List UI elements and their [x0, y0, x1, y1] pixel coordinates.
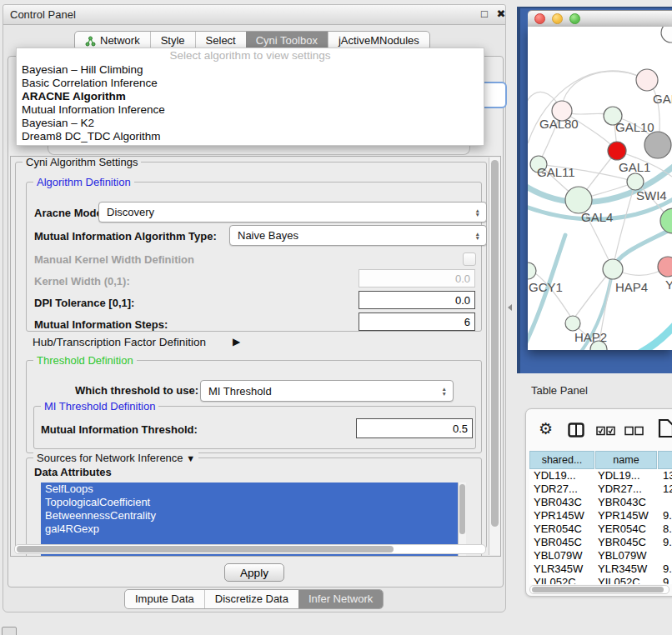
list-item[interactable]: SelfLoops: [41, 482, 459, 496]
node-label: GAL10: [615, 120, 654, 134]
algorithm-option[interactable]: Bayesian – K2: [17, 117, 484, 130]
table-row[interactable]: YBR043CYBR043C: [529, 496, 672, 509]
settings-vertical-scrollbar[interactable]: [489, 158, 500, 555]
settings-scroll-area: Cyni Algorithm Settings Algorithm Defini…: [10, 156, 501, 557]
kernel-width-label: Kernel Width (0,1):: [34, 275, 130, 288]
float-icon[interactable]: □: [478, 8, 491, 21]
table-rows: YDL19...YDL19...13 YDR27...YDR27...12 YB…: [529, 469, 672, 584]
algorithm-option[interactable]: Dream8 DC_TDC Algorithm: [17, 130, 484, 143]
sources-group: Sources for Network Inference ▼ Data Att…: [26, 458, 482, 557]
table-row[interactable]: YLR345WYLR345W9.: [529, 562, 672, 576]
node-label: GAL4: [581, 210, 613, 224]
deselect-all-icon[interactable]: [624, 426, 644, 436]
chevron-updown-icon: ▲▼: [475, 231, 480, 240]
list-item[interactable]: BetweennessCentrality: [41, 509, 459, 522]
node[interactable]: [636, 69, 658, 91]
table-row[interactable]: YPR145WYPR145W9.: [529, 509, 672, 522]
node-gal1[interactable]: [608, 142, 626, 160]
tab-infer-network[interactable]: Infer Network: [298, 590, 383, 608]
splitter-arrow-icon[interactable]: [508, 304, 512, 311]
group-title: Algorithm Definition: [33, 176, 134, 188]
algorithm-option[interactable]: Bayesian – Hill Climbing: [17, 63, 484, 77]
dropdown-items: Bayesian – Hill Climbing Basic Correlati…: [17, 63, 484, 143]
settings-horizontal-scrollbar[interactable]: [14, 544, 486, 554]
table-panel-title: Table Panel: [531, 384, 588, 397]
apply-button[interactable]: Apply: [224, 563, 284, 582]
table-row[interactable]: YBR045CYBR045C9.: [529, 536, 672, 549]
selected-value: Discovery: [107, 206, 154, 218]
panel-title: Control Panel: [10, 5, 76, 24]
mi-type-label: Mutual Information Algorithm Type:: [34, 230, 217, 243]
node-swi4[interactable]: [627, 173, 644, 190]
collapsed-arrow-icon[interactable]: ▶: [233, 335, 240, 348]
node-label: HAP4: [615, 280, 648, 294]
algorithm-option[interactable]: Basic Correlation Inference: [17, 77, 484, 90]
minimize-button[interactable]: [552, 13, 563, 24]
list-item[interactable]: gal4RGexp: [41, 522, 459, 536]
cyni-bottom-tabs: Impute Data Discretize Data Infer Networ…: [124, 589, 384, 609]
mi-threshold-group: MI Threshold Definition Mutual Informati…: [33, 406, 476, 449]
threshold-definition-group: Threshold Definition Which threshold to …: [26, 360, 482, 453]
table-row[interactable]: YER054CYER054C8.: [529, 522, 672, 536]
zoom-button[interactable]: [569, 13, 580, 24]
node-label: GAL: [653, 92, 672, 106]
table-row[interactable]: YBL079WYBL079W: [529, 549, 672, 562]
table-row[interactable]: YDL19...YDL19...13: [529, 469, 672, 482]
group-title[interactable]: Sources for Network Inference ▼: [33, 452, 198, 465]
network-canvas[interactable]: GAL GAL80 GAL10 GAL1 GAL11 SWI4 GAL4 GCY…: [528, 27, 672, 350]
table-horizontal-scrollbar[interactable]: [529, 585, 669, 594]
network-window-titlebar[interactable]: [528, 10, 672, 28]
algorithm-definition-group: Algorithm Definition Aracne Mode: Discov…: [26, 182, 482, 332]
selected-value: MI Threshold: [208, 385, 272, 398]
close-button[interactable]: [534, 13, 545, 24]
tab-impute-data[interactable]: Impute Data: [125, 590, 204, 608]
select-all-checks-icon[interactable]: [596, 426, 616, 436]
node[interactable]: [661, 27, 672, 42]
mi-steps-label: Mutual Information Steps:: [34, 318, 168, 332]
column-header-shared-name[interactable]: shared...: [529, 451, 594, 469]
expanded-arrow-icon: ▼: [186, 453, 195, 463]
group-title: Threshold Definition: [33, 354, 137, 367]
manual-kernel-label: Manual Kernel Width Definition: [34, 253, 194, 267]
tab-label: Discretize Data: [215, 590, 288, 608]
mi-threshold-input[interactable]: [356, 418, 473, 438]
cyni-algorithm-settings-group: Cyni Algorithm Settings Algorithm Defini…: [15, 162, 487, 548]
manual-kernel-checkbox[interactable]: [463, 252, 476, 266]
table-row[interactable]: YIL052CYIL052C9.: [529, 576, 672, 584]
mi-steps-input[interactable]: [359, 312, 475, 331]
algorithm-option-selected[interactable]: ARACNE Algorithm: [17, 90, 484, 103]
control-panel-titlebar: Control Panel □ ✖: [3, 5, 505, 25]
dpi-tolerance-input[interactable]: [359, 291, 475, 309]
list-item[interactable]: TopologicalCoefficient: [41, 496, 459, 509]
node[interactable]: [644, 132, 671, 158]
dpi-tolerance-label: DPI Tolerance [0,1]:: [34, 297, 134, 310]
mi-type-select[interactable]: Naive Bayes ▲▼: [229, 225, 487, 246]
hub-factor-section-label[interactable]: Hub/Transcription Factor Definition: [33, 336, 206, 349]
data-attributes-label: Data Attributes: [34, 466, 112, 479]
tab-label: Infer Network: [308, 590, 373, 608]
mi-threshold-label: Mutual Information Threshold:: [41, 423, 198, 437]
kernel-width-input[interactable]: [359, 269, 475, 288]
node[interactable]: [660, 208, 672, 233]
column-header-name[interactable]: name: [595, 451, 657, 469]
gear-icon[interactable]: ⚙: [539, 419, 553, 438]
node[interactable]: [658, 257, 672, 277]
control-panel: Control Panel □ ✖ Network Style Select: [3, 4, 506, 612]
which-threshold-label: Which threshold to use:: [75, 384, 198, 398]
tab-discretize-data[interactable]: Discretize Data: [204, 590, 298, 608]
table-row[interactable]: YDR27...YDR27...12: [529, 482, 672, 496]
threshold-select[interactable]: MI Threshold ▲▼: [200, 380, 454, 402]
file-icon[interactable]: [658, 418, 672, 438]
close-icon[interactable]: ✖: [494, 8, 508, 21]
node-hap4[interactable]: [603, 259, 623, 279]
node-hap2[interactable]: [565, 316, 580, 331]
column-header-partial[interactable]: [658, 451, 672, 469]
network-icon: [85, 36, 96, 47]
node-gcy1[interactable]: [528, 262, 536, 279]
algorithm-dropdown: Select algorithm to view settings Bayesi…: [16, 48, 484, 146]
aracne-mode-select[interactable]: Discovery ▲▼: [98, 202, 487, 222]
corner-widget[interactable]: [2, 627, 17, 635]
columns-icon[interactable]: [568, 422, 584, 438]
chevron-updown-icon: ▲▼: [475, 208, 480, 217]
algorithm-option[interactable]: Mutual Information Inference: [17, 103, 484, 117]
